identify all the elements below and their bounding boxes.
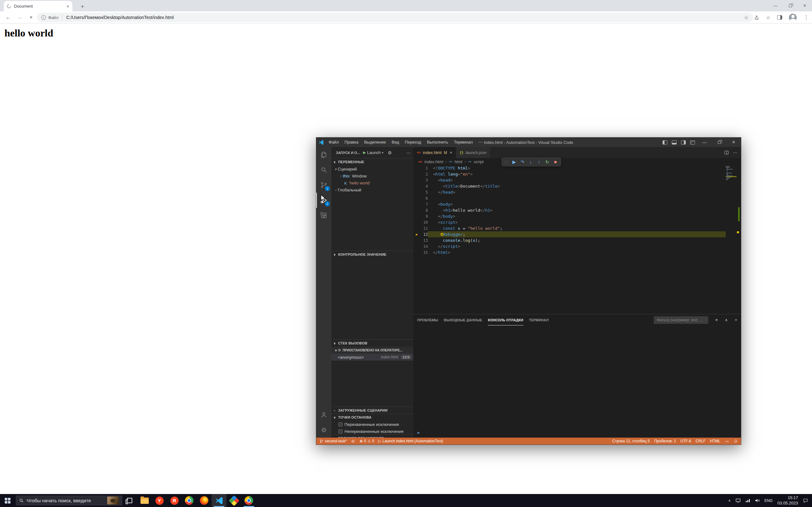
code-editor[interactable]: 1<!DOCTYPE html>2<html lang="en">3 <head…: [413, 165, 741, 314]
menu-edit[interactable]: Правка: [342, 137, 361, 147]
code-line[interactable]: 3 <head>: [413, 177, 741, 183]
vscode-minimize-button[interactable]: —: [697, 137, 712, 147]
code-line[interactable]: 2<html lang="en">: [413, 171, 741, 177]
tab-terminal[interactable]: ТЕРМИНАЛ: [529, 314, 549, 326]
back-button[interactable]: ←: [3, 12, 14, 23]
code-line[interactable]: 4 <title>Document</title>: [413, 183, 741, 189]
overview-ruler[interactable]: [737, 165, 741, 314]
chrome-button-2[interactable]: [241, 494, 256, 507]
checkbox[interactable]: [339, 429, 343, 434]
file-explorer-button[interactable]: [137, 494, 152, 507]
notifications-bell-icon[interactable]: [734, 439, 738, 443]
filter-icon[interactable]: ≡: [715, 318, 718, 322]
code-line[interactable]: 10 <script>: [413, 219, 741, 225]
code-line[interactable]: 14 </script>: [413, 243, 741, 249]
maximize-panel-icon[interactable]: ∧: [725, 318, 728, 322]
firefox-button[interactable]: [197, 494, 212, 507]
customize-layout-icon[interactable]: [690, 140, 695, 145]
page-info-icon[interactable]: i: [41, 15, 46, 20]
breadcrumb-script[interactable]: script: [474, 159, 484, 164]
account-icon[interactable]: [316, 407, 332, 422]
pinwheel-app-button[interactable]: [226, 494, 241, 507]
code-line[interactable]: 11 const x = "hello world";: [413, 225, 741, 231]
close-panel-icon[interactable]: ×: [734, 318, 737, 322]
step-into-button[interactable]: ↓: [526, 159, 535, 164]
breakpoint-uncaught-row[interactable]: Неперехваченные исключения: [332, 428, 413, 435]
variable-this-row[interactable]: › this: Window: [332, 172, 413, 179]
scope-global-row[interactable]: › Глобальный: [332, 186, 413, 193]
start-button[interactable]: [0, 494, 15, 507]
code-line[interactable]: ▶12 debugger;: [413, 231, 741, 237]
stop-debug-button[interactable]: ■: [551, 159, 560, 164]
checkbox[interactable]: [339, 422, 343, 427]
tab-close-icon[interactable]: ×: [67, 4, 69, 9]
browser-breakpoints-header[interactable]: › BROWSER BREAKPOINTS: [332, 435, 413, 438]
debug-console-filter-input[interactable]: [654, 316, 708, 324]
chrome-button[interactable]: [182, 494, 197, 507]
toolbar-grip-icon[interactable]: ⋮⋮: [503, 160, 510, 164]
language-mode-item[interactable]: HTML: [710, 439, 720, 443]
settings-gear-icon[interactable]: ⚙: [316, 422, 332, 438]
breadcrumb-html[interactable]: html: [455, 159, 462, 164]
git-branch-item[interactable]: second-task*: [319, 439, 347, 443]
cursor-position-item[interactable]: Строка 12, столбец 5: [612, 439, 650, 443]
tab-index-html[interactable]: <> index.html M ×: [413, 147, 456, 158]
yandex-button[interactable]: Я: [167, 494, 182, 507]
tab-problems[interactable]: ПРОБЛЕМЫ: [417, 314, 438, 326]
tab-output[interactable]: ВЫХОДНЫЕ ДАННЫЕ: [444, 314, 482, 326]
code-line[interactable]: 15</html>: [413, 249, 741, 256]
menu-run[interactable]: Выполнить: [424, 137, 451, 147]
toggle-secondary-sidebar-icon[interactable]: [681, 140, 686, 145]
side-panel-icon[interactable]: [777, 15, 782, 20]
vscode-close-button[interactable]: ×: [726, 137, 741, 147]
watch-section-header[interactable]: ∨ КОНТРОЛЬНОЕ ЗНАЧЕНИЕ: [332, 251, 413, 258]
console-prompt-icon[interactable]: >: [417, 430, 420, 435]
url-text[interactable]: C:/Users/Покемон/Desktop/AutomationTest/…: [66, 15, 174, 20]
yandex-browser-button[interactable]: Y: [152, 494, 167, 507]
code-line[interactable]: 9 </body>: [413, 213, 741, 219]
task-view-button[interactable]: [122, 494, 137, 507]
tab-debug-console[interactable]: КОНСОЛЬ ОТЛАДКИ: [488, 314, 523, 326]
code-line[interactable]: 1<!DOCTYPE html>: [413, 165, 741, 171]
code-line[interactable]: 7 <body>: [413, 201, 741, 207]
toggle-sidebar-icon[interactable]: [663, 140, 667, 145]
search-highlight-thumbnail[interactable]: [107, 497, 119, 504]
menu-file[interactable]: Файл: [326, 137, 342, 147]
tray-network-icon[interactable]: [745, 498, 750, 503]
activity-explorer-icon[interactable]: [316, 147, 332, 162]
new-tab-button[interactable]: +: [78, 2, 87, 11]
code-line[interactable]: 13 console.log(x);: [413, 237, 741, 243]
loaded-scripts-header[interactable]: › ЗАГРУЖЕННЫЕ СЦЕНАРИИ: [332, 407, 413, 413]
browser-tab[interactable]: Document ×: [4, 1, 72, 11]
eol-item[interactable]: CRLF: [696, 439, 705, 443]
current-frame-arrow-icon[interactable]: ▶: [413, 233, 420, 236]
share-icon[interactable]: [754, 15, 759, 20]
launch-dropdown-icon[interactable]: ▾: [382, 151, 384, 154]
activity-extensions-icon[interactable]: [316, 208, 332, 223]
forward-button[interactable]: →: [14, 12, 26, 23]
split-editor-icon[interactable]: [724, 151, 728, 154]
step-over-button[interactable]: ↷: [518, 159, 526, 164]
launch-status-item[interactable]: ▷ Launch index.html (AutomationTest): [378, 439, 444, 443]
tab-close-icon[interactable]: ×: [450, 150, 452, 155]
tab-launch-json[interactable]: {} launch.json: [456, 147, 490, 158]
code-line[interactable]: 5 </head>: [413, 189, 741, 195]
code-line[interactable]: 8 <h1>hello world</h1>: [413, 207, 741, 213]
problems-item[interactable]: ⊗ 0 ⚠ 0: [359, 439, 374, 443]
browser-menu-icon[interactable]: ⋮: [803, 14, 809, 21]
activity-source-control-icon[interactable]: 1: [316, 177, 332, 193]
breadcrumb-file[interactable]: index.html: [424, 159, 443, 164]
toggle-panel-icon[interactable]: [672, 140, 676, 145]
profile-avatar[interactable]: [789, 14, 797, 21]
bookmark-star-icon[interactable]: ☆: [744, 14, 749, 20]
extensions-star-icon[interactable]: ☆: [766, 14, 770, 20]
code-line[interactable]: 6: [413, 195, 741, 201]
restart-button[interactable]: ↻: [543, 159, 551, 164]
breakpoints-header[interactable]: ∨ ТОЧКИ ОСТАНОВА: [332, 414, 413, 421]
close-button[interactable]: ×: [798, 0, 812, 11]
broadcast-icon[interactable]: [725, 439, 729, 443]
restore-button[interactable]: [783, 0, 798, 11]
continue-button[interactable]: ▶: [510, 159, 518, 164]
taskbar-search-box[interactable]: Чтобы начать поиск, введите: [16, 496, 122, 505]
step-out-button[interactable]: ↑: [535, 159, 543, 164]
